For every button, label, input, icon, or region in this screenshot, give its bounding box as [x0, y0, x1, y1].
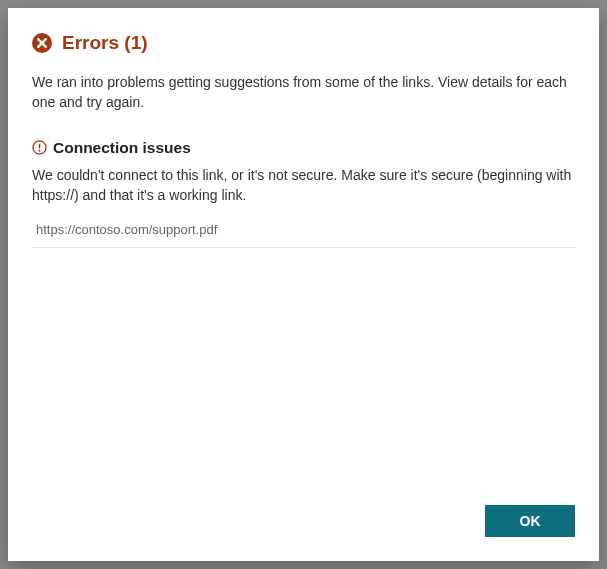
- ok-button[interactable]: OK: [485, 505, 575, 537]
- dialog-footer: OK: [8, 487, 599, 561]
- error-dialog: Errors (1) We ran into problems getting …: [8, 8, 599, 561]
- svg-point-3: [39, 150, 41, 152]
- section-body-text: We couldn't connect to this link, or it'…: [32, 165, 575, 206]
- warning-icon: [32, 140, 47, 155]
- dialog-body: Errors (1) We ran into problems getting …: [8, 8, 599, 487]
- section-header: Connection issues: [32, 139, 575, 157]
- failed-link-item: https://contoso.com/support.pdf: [32, 219, 575, 248]
- error-icon: [32, 33, 52, 53]
- svg-rect-2: [39, 144, 41, 149]
- dialog-title: Errors (1): [62, 32, 148, 54]
- section-title: Connection issues: [53, 139, 191, 157]
- error-count: (1): [124, 32, 147, 53]
- title-prefix: Errors: [62, 32, 119, 53]
- dialog-title-row: Errors (1): [32, 32, 575, 54]
- dialog-intro-text: We ran into problems getting suggestions…: [32, 72, 575, 113]
